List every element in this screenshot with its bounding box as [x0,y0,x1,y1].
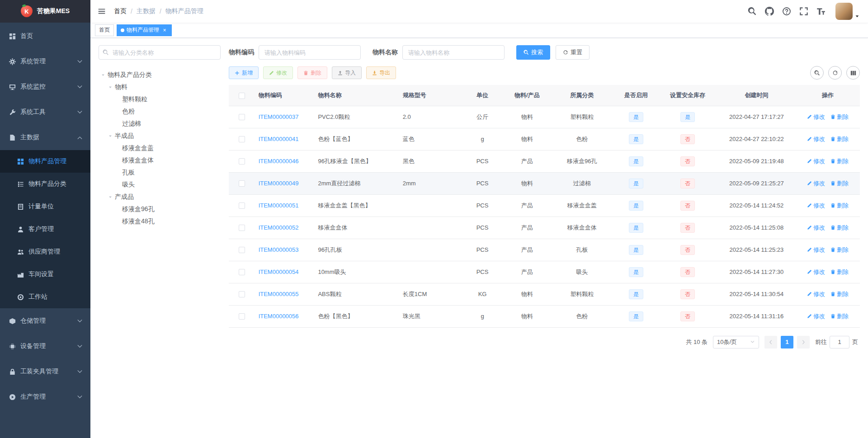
tab-首页[interactable]: 首页 [95,24,114,36]
row-checkbox[interactable] [239,114,245,120]
item-code-link[interactable]: ITEM00000052 [259,224,299,231]
row-delete-button[interactable]: 删除 [830,157,849,165]
item-code-link[interactable]: ITEM00000053 [259,246,299,253]
prev-page-button[interactable] [764,336,777,349]
question-icon[interactable] [782,7,791,16]
tree-node[interactable]: 塑料颗粒 [99,93,221,105]
table-row[interactable]: ITEM00000052移液盒盒体PCS产品移液盒盒体是否2022-05-14 … [229,217,860,239]
edit-button[interactable]: 修改 [263,66,293,79]
sidebar-subitem[interactable]: 计量单位 [0,195,90,218]
tree-node[interactable]: 物料及产品分类 [99,69,221,81]
row-checkbox[interactable] [239,180,245,187]
tree-node[interactable]: 物料 [99,81,221,93]
row-edit-button[interactable]: 修改 [807,312,825,320]
row-delete-button[interactable]: 删除 [830,224,849,232]
tree-node[interactable]: 移液盒盒体 [99,154,221,166]
font-size-icon[interactable] [816,7,826,16]
item-code-link[interactable]: ITEM00000054 [259,268,299,275]
row-edit-button[interactable]: 修改 [807,268,825,276]
row-delete-button[interactable]: 删除 [830,290,849,298]
tab-物料产品管理[interactable]: 物料产品管理× [117,24,172,36]
sidebar-subitem[interactable]: 供应商管理 [0,240,90,263]
caret-down-icon[interactable] [106,85,115,90]
caret-down-icon[interactable] [106,133,115,139]
row-delete-button[interactable]: 删除 [830,135,849,143]
tree-node[interactable]: 移液盒48孔 [99,215,221,227]
row-checkbox[interactable] [239,225,245,231]
table-row[interactable]: ITEM0000005396孔孔板PCS产品孔板是否2022-05-14 11:… [229,239,860,261]
row-edit-button[interactable]: 修改 [807,113,825,121]
row-edit-button[interactable]: 修改 [807,157,825,165]
sidebar-item[interactable]: 主数据 [0,125,90,150]
row-checkbox[interactable] [239,203,245,209]
tree-node[interactable]: 吸头 [99,179,221,191]
row-edit-button[interactable]: 修改 [807,246,825,254]
avatar[interactable] [835,3,853,20]
row-checkbox[interactable] [239,313,245,320]
delete-button[interactable]: 删除 [297,66,327,79]
search-icon[interactable] [810,66,824,80]
grid-icon[interactable] [846,66,860,80]
table-row[interactable]: ITEM000000492mm直径过滤棉2mmPCS物料过滤棉是否2022-05… [229,172,860,194]
sidebar-item[interactable]: 仓储管理 [0,308,90,334]
table-row[interactable]: ITEM00000055ABS颗粒长度1CMKG物料塑料颗粒是否2022-05-… [229,283,860,305]
search-button[interactable]: 搜索 [516,45,550,60]
row-delete-button[interactable]: 删除 [830,202,849,210]
close-icon[interactable]: × [161,27,168,33]
reset-button[interactable]: 重置 [556,45,590,60]
sidebar-item[interactable]: 工装夹具管理 [0,359,90,384]
category-search-input[interactable] [99,45,221,60]
material-name-input[interactable] [402,45,505,60]
tree-node[interactable]: 过滤棉 [99,118,221,130]
table-row[interactable]: ITEM0000005410mm吸头PCS产品吸头是否2022-05-14 11… [229,261,860,283]
next-page-button[interactable] [797,336,810,349]
sidebar-item[interactable]: 系统监控 [0,74,90,99]
search-icon[interactable] [748,7,757,16]
import-button[interactable]: 导入 [332,66,362,79]
caret-down-icon[interactable] [106,194,115,200]
user-menu[interactable] [835,3,860,20]
export-button[interactable]: 导出 [366,66,396,79]
sidebar-subitem[interactable]: 客户管理 [0,218,90,240]
row-edit-button[interactable]: 修改 [807,135,825,143]
row-delete-button[interactable]: 删除 [830,113,849,121]
sidebar-subitem[interactable]: 车间设置 [0,263,90,286]
hamburger-icon[interactable] [90,0,113,23]
item-code-link[interactable]: ITEM00000037 [259,113,299,120]
item-code-link[interactable]: ITEM00000055 [259,291,299,297]
row-edit-button[interactable]: 修改 [807,202,825,210]
fullscreen-icon[interactable] [799,7,808,16]
add-button[interactable]: 新增 [229,66,259,79]
tree-node[interactable]: 半成品 [99,130,221,142]
refresh-icon[interactable] [828,66,842,80]
sidebar-item[interactable]: 系统管理 [0,49,90,74]
item-code-link[interactable]: ITEM00000051 [259,202,299,209]
select-all-checkbox[interactable] [239,93,245,99]
page-size-select[interactable]: 10条/页 [713,336,759,349]
table-row[interactable]: ITEM00000037PVC2.0颗粒2.0公斤物料塑料颗粒是是2022-04… [229,106,860,128]
sidebar-subitem[interactable]: 物料产品管理 [0,150,90,173]
item-code-link[interactable]: ITEM00000049 [259,180,299,187]
page-1-button[interactable]: 1 [781,336,793,349]
row-edit-button[interactable]: 修改 [807,179,825,188]
sidebar-item[interactable]: 设备管理 [0,334,90,359]
row-delete-button[interactable]: 删除 [830,246,849,254]
tree-node[interactable]: 产成品 [99,191,221,203]
github-icon[interactable] [765,7,774,16]
material-code-input[interactable] [259,45,361,60]
item-code-link[interactable]: ITEM00000041 [259,136,299,142]
caret-down-icon[interactable] [99,72,108,78]
tree-node[interactable]: 色粉 [99,105,221,118]
row-delete-button[interactable]: 删除 [830,268,849,276]
app-logo[interactable]: K 苦糖果MES [0,0,90,23]
sidebar-subitem[interactable]: 物料产品分类 [0,173,90,195]
row-delete-button[interactable]: 删除 [830,179,849,188]
item-code-link[interactable]: ITEM00000056 [259,313,299,320]
sidebar-item[interactable]: 系统工具 [0,99,90,125]
row-checkbox[interactable] [239,269,245,275]
row-checkbox[interactable] [239,158,245,165]
table-row[interactable]: ITEM00000056色粉【黑色】珠光黑g物料色粉是否2022-05-14 1… [229,305,860,327]
row-delete-button[interactable]: 删除 [830,312,849,320]
row-edit-button[interactable]: 修改 [807,224,825,232]
row-checkbox[interactable] [239,291,245,297]
